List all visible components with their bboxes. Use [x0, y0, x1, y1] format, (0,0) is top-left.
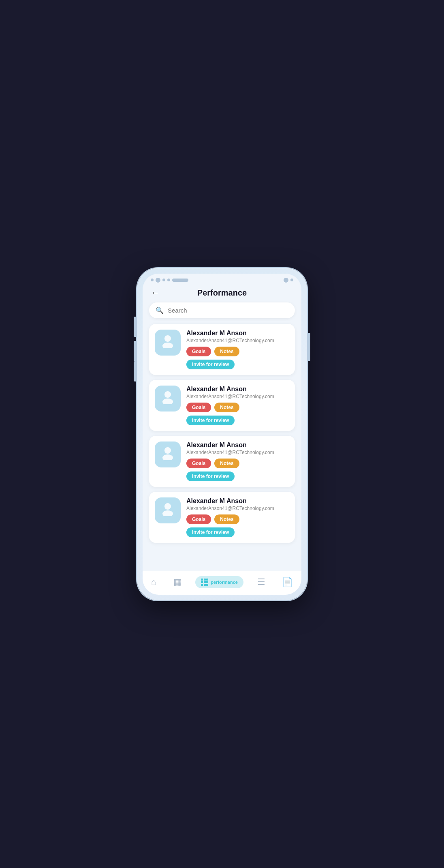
calendar-icon: ▦ — [173, 577, 182, 587]
person-email-1: AlexanderAnson41@RCTechnology.com — [186, 394, 289, 399]
dot6 — [290, 279, 293, 281]
avatar-0 — [155, 330, 181, 356]
person-info-3: Alexander M Anson AlexanderAnson41@RCTec… — [186, 497, 289, 537]
person-card-3: Alexander M Anson AlexanderAnson41@RCTec… — [149, 492, 295, 543]
performance-label: performance — [211, 580, 238, 585]
dot3 — [162, 279, 165, 281]
search-icon: 🔍 — [156, 306, 164, 314]
person-name-2: Alexander M Anson — [186, 442, 289, 449]
avatar-3 — [155, 497, 181, 523]
goals-button-1[interactable]: Goals — [186, 403, 211, 412]
person-email-3: AlexanderAnson41@RCTechnology.com — [186, 506, 289, 511]
svg-point-5 — [162, 454, 173, 460]
svg-point-2 — [164, 391, 171, 398]
person-name-3: Alexander M Anson — [186, 497, 289, 505]
nav-item-list[interactable]: ☰ — [254, 575, 269, 589]
pill1 — [172, 279, 188, 282]
person-icon-3 — [161, 502, 175, 519]
svg-point-7 — [162, 510, 173, 516]
notes-button-0[interactable]: Notes — [214, 347, 239, 356]
performance-grid-icon — [201, 579, 208, 586]
person-info-0: Alexander M Anson AlexanderAnson41@RCTec… — [186, 330, 289, 369]
doc-icon: 📄 — [282, 577, 293, 587]
person-icon-0 — [161, 334, 175, 351]
notes-button-3[interactable]: Notes — [214, 514, 239, 524]
person-list: Alexander M Anson AlexanderAnson41@RCTec… — [149, 324, 295, 543]
notes-button-2[interactable]: Notes — [214, 459, 239, 468]
action-btns-1: Goals Notes Invite for review — [186, 403, 289, 425]
person-card-1: Alexander M Anson AlexanderAnson41@RCTec… — [149, 380, 295, 431]
nav-item-performance[interactable]: performance — [195, 576, 243, 588]
svg-point-3 — [162, 399, 173, 404]
goals-button-0[interactable]: Goals — [186, 347, 211, 356]
person-card-0: Alexander M Anson AlexanderAnson41@RCTec… — [149, 324, 295, 375]
svg-point-0 — [164, 335, 171, 342]
nav-item-calendar[interactable]: ▦ — [170, 575, 185, 589]
list-icon: ☰ — [257, 577, 265, 587]
bottom-nav: ⌂ ▦ performance ☰ — [143, 571, 301, 595]
main-content: ← Performance 🔍 Alexander M Anson Alexan… — [143, 285, 301, 571]
dot4 — [167, 279, 170, 281]
phone-frame: ← Performance 🔍 Alexander M Anson Alexan… — [137, 268, 307, 600]
person-email-2: AlexanderAnson41@RCTechnology.com — [186, 450, 289, 455]
page-title: Performance — [197, 288, 247, 298]
svg-point-1 — [162, 343, 173, 348]
search-input[interactable] — [168, 307, 288, 314]
dot2 — [156, 278, 160, 283]
person-name-1: Alexander M Anson — [186, 386, 289, 393]
invite-button-3[interactable]: Invite for review — [186, 527, 235, 537]
person-info-2: Alexander M Anson AlexanderAnson41@RCTec… — [186, 442, 289, 481]
action-btns-0: Goals Notes Invite for review — [186, 347, 289, 369]
person-info-1: Alexander M Anson AlexanderAnson41@RCTec… — [186, 386, 289, 425]
person-card-2: Alexander M Anson AlexanderAnson41@RCTec… — [149, 436, 295, 487]
action-btns-2: Goals Notes Invite for review — [186, 459, 289, 481]
person-icon-1 — [161, 390, 175, 407]
svg-point-6 — [164, 503, 171, 510]
dot5 — [284, 278, 288, 283]
nav-item-home[interactable]: ⌂ — [148, 575, 160, 589]
goals-button-3[interactable]: Goals — [186, 514, 211, 524]
header: ← Performance — [149, 285, 295, 302]
nav-item-doc[interactable]: 📄 — [279, 575, 296, 589]
search-bar[interactable]: 🔍 — [149, 302, 295, 318]
action-btns-3: Goals Notes Invite for review — [186, 514, 289, 537]
status-bar — [143, 274, 301, 285]
invite-button-2[interactable]: Invite for review — [186, 472, 235, 481]
back-button[interactable]: ← — [149, 287, 161, 299]
status-dots — [151, 278, 188, 283]
invite-button-1[interactable]: Invite for review — [186, 416, 235, 425]
avatar-2 — [155, 442, 181, 467]
phone-screen: ← Performance 🔍 Alexander M Anson Alexan… — [143, 274, 301, 595]
dot1 — [151, 279, 154, 281]
person-email-0: AlexanderAnson41@RCTechnology.com — [186, 338, 289, 343]
invite-button-0[interactable]: Invite for review — [186, 360, 235, 369]
avatar-1 — [155, 386, 181, 411]
status-right — [284, 278, 293, 283]
home-icon: ⌂ — [151, 577, 156, 587]
person-icon-2 — [161, 446, 175, 463]
svg-point-4 — [164, 447, 171, 454]
goals-button-2[interactable]: Goals — [186, 459, 211, 468]
notes-button-1[interactable]: Notes — [214, 403, 239, 412]
person-name-0: Alexander M Anson — [186, 330, 289, 337]
